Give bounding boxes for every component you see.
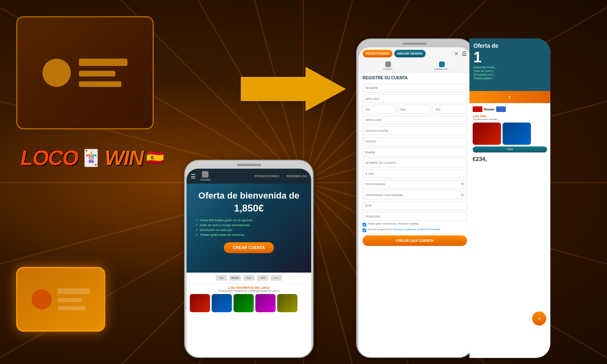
checkbox-terms-row: Estoy de acuerdo con el Términos y Condi… <box>363 228 467 232</box>
ciudad-field[interactable] <box>363 137 467 146</box>
bottom-lines-group <box>57 288 90 310</box>
close-icon[interactable]: ✕ <box>454 51 458 57</box>
partial-game-2[interactable] <box>503 123 531 145</box>
username-field[interactable] <box>363 159 467 167</box>
currency-field[interactable] <box>363 201 467 210</box>
line-bar-2 <box>79 71 115 76</box>
promo-item-2-text: Sube de nivel y recoge recompensas <box>200 223 250 227</box>
checkbox-terms-text: Estoy de acuerdo con el Términos y Condi… <box>368 228 440 231</box>
terms-link[interactable]: Términos y Condiciones <box>392 228 416 231</box>
dia-field[interactable] <box>363 105 396 114</box>
check-icon-4: ✓ <box>195 233 198 237</box>
promo-item-1-text: Hasta 500 tiradas gratis sin de apuesta <box>200 218 253 222</box>
partial-offer-title: Oferta de <box>473 42 546 49</box>
check-icon-1: ✓ <box>195 218 198 222</box>
promo-item-3-text: Devolución en cada giro <box>200 228 232 232</box>
partial-offer-number: 1 <box>473 49 546 66</box>
partial-item-2: Sube de nivel y... <box>473 70 546 72</box>
favoritos-subtitle: ¡Prueba estos maravillosos y divertidos … <box>190 290 308 292</box>
terms-pre: Estoy de acuerdo con el <box>368 228 392 231</box>
phone-right: REGISTRARSE INICIAR SESIÓN ✕ ☰ CASINO CA… <box>356 38 473 358</box>
nombre-field[interactable] <box>363 84 467 93</box>
promo-list: ✓ Hasta 500 tiradas gratis sin de apuest… <box>195 218 306 237</box>
check-icon-2: ✓ <box>195 223 198 227</box>
pais-field[interactable] <box>363 148 467 157</box>
partial-games <box>473 123 547 145</box>
partial-fav-title: LOS FAV... <box>473 114 547 118</box>
registrarse-button[interactable]: REGISTRARSE <box>363 50 393 57</box>
bottom-line-1 <box>57 288 90 294</box>
partial-cta-bar: C <box>469 91 550 103</box>
nav-promociones-label[interactable]: PROMOCIONES <box>255 174 279 178</box>
spain-flag-icon: 🇪🇸 <box>146 149 164 166</box>
confirm-password-field-wrapper: 👁 <box>363 190 467 200</box>
chat-bubble-icon[interactable]: LO <box>532 311 546 326</box>
apellido-field[interactable] <box>363 94 467 103</box>
nav-reembolso-label[interactable]: REEMBOLSO <box>287 174 307 178</box>
checkbox-terms[interactable] <box>363 229 366 232</box>
promo-title: Oferta de bienvenida de 1,850€ <box>191 190 306 214</box>
game-thumb-5[interactable] <box>277 294 297 312</box>
direccion-field[interactable] <box>363 116 467 125</box>
password-field-wrapper: 👁 <box>363 180 467 189</box>
line-bar-1 <box>79 59 127 66</box>
mes-field[interactable] <box>398 105 431 114</box>
logo-text-left: LOCO <box>20 146 78 170</box>
confirm-password-field[interactable] <box>363 190 467 199</box>
right-side-partial-phone: Oferta de 1 Hasta 500 tirada... Sube de … <box>469 38 550 358</box>
iniciar-sesion-button[interactable]: INICIAR SESIÓN <box>394 50 426 57</box>
password-field[interactable] <box>363 180 467 189</box>
email-field[interactable] <box>363 169 467 178</box>
partial-white-section: Revolut LOS FAV... ¡Prueba estos maravil… <box>469 103 550 165</box>
nav-tab-casino[interactable]: CASINO <box>361 60 415 72</box>
hamburger-right-icon[interactable]: ☰ <box>462 51 467 57</box>
top-left-card-icon <box>16 16 154 129</box>
bottom-left-card-icon <box>16 267 105 332</box>
telefono-field[interactable] <box>363 212 467 221</box>
nav-tab-casino-en[interactable]: CASINO EN... <box>415 60 469 72</box>
checkbox-marketing-text: Tiradas gratis, recompensas y ofertas de… <box>368 222 419 225</box>
ano-field[interactable] <box>433 105 467 114</box>
hamburger-icon[interactable]: ☰ <box>191 173 196 180</box>
promo-item-1: ✓ Hasta 500 tiradas gratis sin de apuest… <box>195 218 306 222</box>
casino-nav-icon <box>202 171 208 178</box>
auth-buttons: REGISTRARSE INICIAR SESIÓN <box>363 50 426 57</box>
left-nav: ☰ CASINO PROMOCIONES REEMBOLSO <box>187 169 311 184</box>
crear-cuenta-button[interactable]: CREAR CUENTA <box>224 242 274 253</box>
game-thumb-3[interactable] <box>233 294 254 312</box>
ver-button[interactable]: VER <box>473 146 547 152</box>
casino-tab-icon <box>385 61 391 67</box>
nav-item-casino[interactable]: CASINO <box>200 171 211 181</box>
partial-fav-sub: ¡Prueba estos maravill... <box>473 118 547 121</box>
game-thumb-1[interactable] <box>190 294 210 312</box>
phone-right-screen: REGISTRARSE INICIAR SESIÓN ✕ ☰ CASINO CA… <box>359 47 471 357</box>
game-thumb-2[interactable] <box>212 294 232 312</box>
partial-cta-text: C <box>509 95 511 99</box>
partial-amount: €234, <box>473 156 547 162</box>
right-nav-tabs: CASINO CASINO EN... <box>359 60 471 72</box>
phone-speaker-right <box>403 42 427 45</box>
game-thumb-4[interactable] <box>255 294 276 312</box>
svg-marker-0 <box>241 67 346 111</box>
codigo-postal-field[interactable] <box>363 126 467 135</box>
phone-speaker-left <box>237 164 261 166</box>
checkbox-marketing[interactable] <box>363 223 366 226</box>
bottom-avatar-shape <box>32 289 52 309</box>
eye-icon-password[interactable]: 👁 <box>461 182 465 186</box>
partial-teal-banner: Oferta de 1 Hasta 500 tirada... Sube de … <box>469 38 550 91</box>
eye-icon-confirm[interactable]: 👁 <box>461 193 465 197</box>
form-title: REGISTRE SU CUENTA <box>363 76 467 80</box>
bank-logo: Bank <box>243 275 255 281</box>
check-icon-3: ✓ <box>195 228 198 232</box>
bank-partial-logo <box>496 106 506 112</box>
promo-item-2: ✓ Sube de nivel y recoge recompensas <box>195 223 306 227</box>
arrow-right-icon <box>241 67 346 111</box>
promo-item-3: ✓ Devolución en cada giro <box>195 228 306 232</box>
crear-una-cuenta-button[interactable]: CREAR UNA CUENTA <box>363 235 467 246</box>
nav-casino-label: CASINO <box>200 178 211 181</box>
checkbox-marketing-row: Tiradas gratis, recompensas y ofertas de… <box>363 222 467 226</box>
partial-game-1[interactable] <box>473 123 501 145</box>
privacy-link[interactable]: Política de Privacidad <box>418 228 440 231</box>
register-form-section: REGISTRE SU CUENTA <box>359 72 471 357</box>
left-promo-banner: Oferta de bienvenida de 1,850€ ✓ Hasta 5… <box>187 184 311 273</box>
